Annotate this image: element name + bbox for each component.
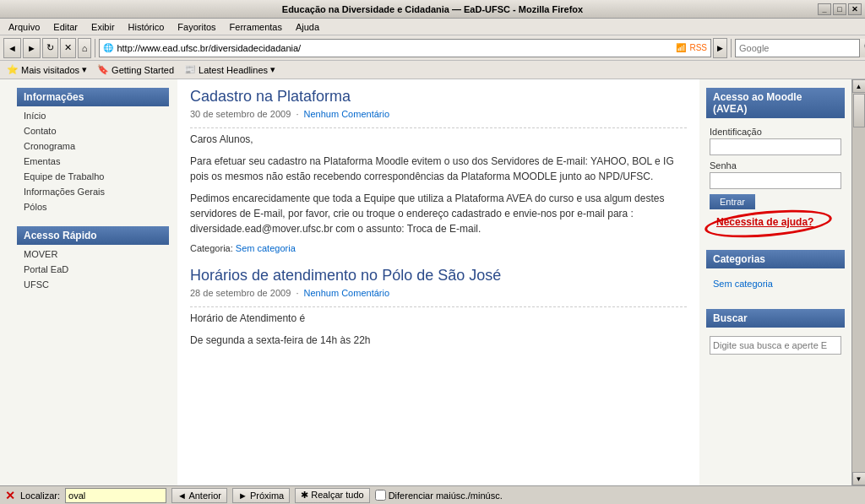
article-2-body-p1: Horário de Atendimento é	[190, 311, 687, 326]
menu-ferramentas[interactable]: Ferramentas	[225, 20, 287, 34]
article-1-comment-link[interactable]: Nenhum Comentário	[304, 109, 390, 119]
article-1-category: Categoria: Sem categoria	[190, 243, 687, 253]
moodle-widget: Acesso ao Moodle (AVEA) Identificação Se…	[706, 88, 845, 240]
menu-bar: Arquivo Editar Exibir Histórico Fayorito…	[0, 19, 865, 35]
home-button[interactable]: ⌂	[78, 38, 92, 58]
close-button[interactable]: ✕	[848, 3, 862, 15]
dropdown-icon: ▾	[82, 64, 87, 75]
id-label: Identificação	[710, 127, 841, 137]
article-2-title[interactable]: Horários de atendimento no Pólo de São J…	[190, 267, 687, 285]
id-input[interactable]	[710, 138, 841, 155]
sidebar-link-cronograma[interactable]: Cronograma	[17, 138, 169, 154]
search-box[interactable]: 🔍	[735, 39, 862, 57]
password-label: Senha	[710, 160, 841, 171]
sidebar-link-portal-ead[interactable]: Portal EaD	[17, 262, 169, 277]
article-1-separator	[190, 127, 687, 128]
forward-button[interactable]: ►	[23, 38, 41, 58]
sidebar-section-acesso-rapido: Acesso Rápido MOVER Portal EaD UFSC	[17, 226, 169, 292]
refresh-button[interactable]: ↻	[42, 38, 58, 58]
search-input[interactable]	[736, 43, 859, 53]
scroll-down-button[interactable]: ▼	[852, 472, 866, 485]
sidebar-link-ementas[interactable]: Ementas	[17, 154, 169, 169]
page-content: Informações Início Contato Cronograma Em…	[0, 79, 865, 485]
moodle-widget-heading: Acesso ao Moodle (AVEA)	[706, 88, 845, 118]
window-controls[interactable]: _ □ ✕	[818, 3, 862, 15]
search-widget-body	[706, 333, 845, 363]
article-1-title[interactable]: Cadastro na Plataforma	[190, 88, 687, 106]
sidebar-link-informacoes-gerais[interactable]: Informações Gerais	[17, 184, 169, 199]
menu-editar[interactable]: Editar	[48, 20, 83, 34]
menu-arquivo[interactable]: Arquivo	[3, 20, 45, 34]
menu-historico[interactable]: Histórico	[123, 20, 170, 34]
status-bar: ✕ Localizar: ◄ Anterior ► Próxima ✱ Real…	[0, 485, 865, 504]
sidebar-link-polos[interactable]: Pólos	[17, 199, 169, 214]
scroll-up-button[interactable]: ▲	[852, 79, 866, 93]
maximize-button[interactable]: □	[833, 3, 846, 15]
back-button[interactable]: ◄	[3, 38, 21, 58]
go-button[interactable]: ▶	[713, 38, 727, 58]
bookmark-latest-headlines[interactable]: 📰 Latest Headlines ▾	[181, 62, 279, 77]
search-widget: Buscar	[706, 309, 845, 363]
categories-widget-heading: Categorias	[706, 250, 845, 268]
address-input[interactable]	[117, 43, 672, 53]
toolbar: ◄ ► ↻ ✕ ⌂ 🌐 📶 RSS ▶ 🔍	[0, 35, 865, 61]
article-1: Cadastro na Plataforma 30 de setembro de…	[190, 88, 687, 253]
find-bar: ✕ Localizar: ◄ Anterior ► Próxima ✱ Real…	[5, 488, 860, 503]
find-input[interactable]	[65, 488, 166, 503]
toolbar-sep-2	[731, 39, 732, 57]
menu-ajuda[interactable]: Ajuda	[291, 20, 324, 34]
password-input[interactable]	[710, 172, 841, 189]
find-close-button[interactable]: ✕	[5, 489, 15, 502]
sidebar-link-ufsc[interactable]: UFSC	[17, 277, 169, 292]
article-2: Horários de atendimento no Pólo de São J…	[190, 267, 687, 348]
article-2-meta: 28 de setembro de 2009 · Nenhum Comentár…	[190, 288, 687, 298]
scroll-thumb[interactable]	[853, 94, 865, 127]
sidebar-link-mover[interactable]: MOVER	[17, 247, 169, 262]
rss-bookmark-icon: 📰	[184, 64, 196, 75]
content-area: Informações Início Contato Cronograma Em…	[0, 79, 865, 485]
category-link-sem-categoria[interactable]: Sem categoria	[710, 277, 841, 290]
window-title: Educação na Diversidade e Cidadania — Ea…	[282, 4, 583, 14]
article-2-comment-link[interactable]: Nenhum Comentário	[304, 288, 390, 298]
search-go-button[interactable]: 🔍	[859, 39, 865, 57]
find-highlight-button[interactable]: ✱ Realçar tudo	[295, 488, 369, 503]
address-bar[interactable]: 🌐 📶 RSS	[99, 39, 711, 57]
menu-exibir[interactable]: Exibir	[86, 20, 120, 34]
find-prev-button[interactable]: ◄ Anterior	[171, 488, 227, 503]
find-next-button[interactable]: ► Próxima	[232, 488, 290, 503]
bookmark-getting-started[interactable]: 🔖 Getting Started	[94, 62, 177, 77]
stop-button[interactable]: ✕	[60, 38, 76, 58]
login-button[interactable]: Entrar	[710, 194, 755, 209]
search-widget-input[interactable]	[710, 336, 841, 355]
article-1-body-p1: Para efetuar seu cadastro na Plataforma …	[190, 154, 687, 184]
bookmark-mais-visitados[interactable]: ⭐ Mais visitados ▾	[3, 62, 90, 77]
toolbar-separator	[95, 39, 95, 57]
help-link[interactable]: Necessita de ajuda?	[710, 213, 820, 231]
find-option-case[interactable]: Diferenciar maiúsc./minúsc.	[375, 490, 503, 501]
menu-fayoritos[interactable]: Fayoritos	[172, 20, 220, 34]
title-bar: Educação na Diversidade e Cidadania — Ea…	[0, 0, 865, 19]
dropdown-icon-2: ▾	[270, 64, 275, 75]
rss-icon-2: RSS	[689, 43, 707, 52]
scroll-track[interactable]	[852, 93, 866, 472]
rss-icon: 📶	[676, 43, 686, 52]
left-sidebar: Informações Início Contato Cronograma Em…	[0, 79, 177, 485]
scrollbar[interactable]: ▲ ▼	[851, 79, 865, 485]
sidebar-link-contato[interactable]: Contato	[17, 123, 169, 138]
search-widget-heading: Buscar	[706, 309, 845, 328]
sidebar-section-informacoes: Informações Início Contato Cronograma Em…	[17, 88, 169, 214]
article-1-body-p2: Pedimos encarecidamente que toda a Equip…	[190, 191, 687, 236]
categories-widget: Categorias Sem categoria	[706, 250, 845, 299]
article-1-category-link[interactable]: Sem categoria	[236, 243, 296, 253]
moodle-widget-body: Identificação Senha Entrar Necessita de …	[706, 123, 845, 240]
case-sensitive-checkbox[interactable]	[375, 490, 386, 501]
article-1-body-greeting: Caros Alunos,	[190, 132, 687, 147]
sidebar-heading-acesso-rapido: Acesso Rápido	[17, 226, 169, 245]
article-1-meta: 30 de setembro de 2009 · Nenhum Comentár…	[190, 109, 687, 119]
article-2-separator	[190, 306, 687, 307]
minimize-button[interactable]: _	[818, 3, 831, 15]
sidebar-link-inicio[interactable]: Início	[17, 108, 169, 123]
page-icon: 🔖	[97, 64, 109, 75]
sidebar-link-equipe[interactable]: Equipe de Trabalho	[17, 169, 169, 184]
categories-widget-body: Sem categoria	[706, 274, 845, 299]
